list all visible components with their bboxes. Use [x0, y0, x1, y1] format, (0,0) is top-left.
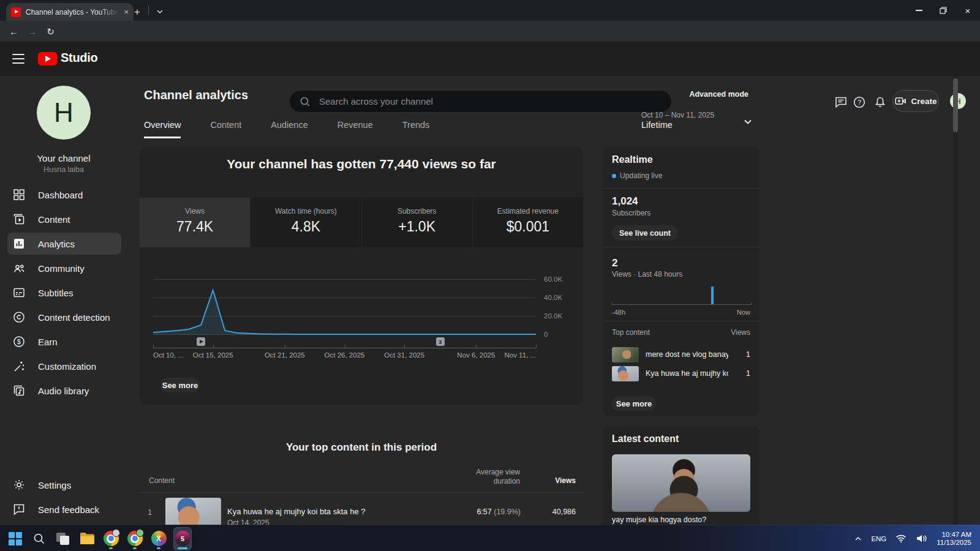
metric-tab-watch-time[interactable]: Watch time (hours) 4.8K — [250, 198, 361, 247]
top-content-heading: Your top content in this period — [140, 441, 583, 454]
table-header-views[interactable]: Views — [521, 476, 576, 485]
sidebar-item-send-feedback[interactable]: Send feedback — [0, 497, 127, 522]
video-publish-marker[interactable] — [197, 337, 205, 346]
language-indicator[interactable]: ENG — [871, 535, 886, 542]
chevron-down-icon[interactable] — [742, 116, 753, 127]
channel-search[interactable] — [289, 90, 672, 113]
overview-see-more-button[interactable]: See more — [160, 378, 200, 392]
video-title[interactable]: mere dost ne vlog banaya aj — [646, 350, 728, 359]
views-value: 40,986 — [521, 508, 576, 516]
sidebar-item-label: Subtitles — [38, 288, 74, 298]
latest-video-caption[interactable]: yay mujse kia hogya dosto? — [612, 515, 706, 524]
x-app-button[interactable]: X — [149, 527, 168, 550]
sidebar-item-label: Content — [38, 214, 70, 225]
sidebar-item-dashboard[interactable]: Dashboard — [0, 182, 127, 207]
scrollbar-thumb[interactable] — [953, 78, 958, 132]
views-line-chart[interactable] — [153, 260, 536, 337]
video-title[interactable]: Kya huwa he aj mujhy koi bta skta he ? — [227, 507, 365, 516]
metric-value: 4.8K — [251, 219, 361, 235]
video-title[interactable]: Kya huwa he aj mujhy koi bta … — [646, 369, 728, 378]
windows-logo-icon — [9, 532, 22, 545]
file-explorer-button[interactable] — [78, 527, 96, 550]
window-close-button[interactable]: × — [956, 0, 980, 21]
advanced-mode-button[interactable]: Advanced mode — [689, 90, 748, 99]
tab-title: Channel analytics - YouTube Stu — [26, 8, 119, 17]
realtime-see-more-button[interactable]: See more — [612, 396, 656, 411]
realtime-axis-labels: -48h Now — [612, 309, 750, 316]
x-tick-label: Oct 15, 2025 — [193, 351, 233, 359]
window-restore-button[interactable] — [931, 0, 956, 21]
channel-avatar[interactable]: H — [37, 86, 91, 140]
tab-trends[interactable]: Trends — [402, 120, 430, 138]
gear-icon — [12, 478, 26, 492]
chrome-button-1[interactable] — [102, 527, 120, 550]
help-icon[interactable]: ? — [853, 96, 866, 109]
back-icon[interactable]: ← — [6, 24, 21, 39]
sidebar-item-customization[interactable]: Customization — [0, 354, 127, 378]
video-thumbnail[interactable] — [612, 347, 639, 362]
taskbar-search-button[interactable] — [30, 527, 48, 550]
latest-content-card: Latest content yay mujse kia hogya dosto… — [603, 426, 760, 525]
profile-badge — [112, 529, 120, 537]
wifi-icon[interactable] — [895, 534, 907, 543]
metric-label: Subscribers — [362, 207, 472, 216]
reload-icon[interactable]: ↻ — [43, 24, 58, 39]
video-thumbnail[interactable] — [612, 366, 639, 381]
search-input[interactable] — [318, 96, 662, 107]
sidebar-item-settings[interactable]: Settings — [0, 473, 127, 497]
metric-tab-subscribers[interactable]: Subscribers +1.0K — [361, 198, 472, 247]
metric-value: $0.001 — [473, 219, 583, 235]
start-button[interactable] — [6, 527, 24, 550]
table-header-content[interactable]: Content — [149, 476, 175, 485]
tab-close-icon[interactable]: × — [124, 7, 129, 17]
sidebar-item-community[interactable]: Community — [0, 256, 127, 280]
account-avatar[interactable]: H — [950, 93, 966, 109]
studio-brand[interactable]: Studio — [61, 51, 97, 65]
sidebar-item-subtitles[interactable]: Subtitles — [0, 280, 127, 305]
tab-overview[interactable]: Overview — [144, 120, 181, 138]
tab-audience[interactable]: Audience — [271, 120, 307, 138]
create-button[interactable]: Create — [892, 90, 939, 112]
see-live-count-button[interactable]: See live count — [612, 225, 678, 241]
y-tick-label: 0 — [544, 331, 575, 338]
date-range-text[interactable]: Oct 10 – Nov 11, 2025 — [641, 111, 714, 119]
metric-tab-estimated-revenue[interactable]: Estimated revenue $0.001 — [472, 198, 583, 247]
divider — [603, 188, 760, 189]
realtime-subscribers-label: Subscribers — [612, 209, 750, 217]
window-minimize-button[interactable] — [907, 0, 931, 21]
period-selector[interactable]: Lifetime — [641, 120, 673, 130]
content-icon — [12, 212, 26, 226]
notifications-bell-icon[interactable] — [873, 96, 887, 109]
feedback-icon[interactable] — [834, 96, 848, 109]
grouped-publish-marker[interactable]: 3 — [436, 337, 445, 346]
tab-content[interactable]: Content — [210, 120, 241, 138]
metric-tab-views[interactable]: Views 77.4K — [140, 198, 250, 247]
latest-video-thumbnail[interactable] — [612, 454, 750, 512]
active-chrome-window-button[interactable]: 5 — [173, 527, 192, 550]
tab-list-chevron-icon[interactable] — [153, 5, 167, 18]
sidebar-item-content[interactable]: Content — [0, 207, 127, 231]
volume-icon[interactable] — [916, 534, 927, 543]
tray-chevron-icon[interactable] — [854, 535, 862, 542]
sidebar-item-content-detection[interactable]: Content detection — [0, 305, 127, 329]
metric-label: Watch time (hours) — [251, 207, 361, 216]
sidebar-item-analytics[interactable]: Analytics — [0, 231, 127, 256]
tab-revenue[interactable]: Revenue — [337, 120, 373, 138]
table-header-avg-view-duration[interactable]: Average view duration — [465, 468, 520, 486]
hamburger-menu-icon[interactable] — [12, 54, 24, 64]
scrollbar-track[interactable] — [953, 76, 958, 525]
metric-label: Estimated revenue — [473, 207, 583, 216]
clock[interactable]: 10:47 AM 11/13/2025 — [937, 531, 971, 547]
search-icon — [33, 533, 45, 545]
youtube-logo[interactable] — [38, 52, 57, 66]
sidebar-item-audio-library[interactable]: Audio library — [0, 378, 127, 403]
new-tab-button[interactable]: + — [130, 5, 145, 20]
chrome-button-2[interactable] — [126, 527, 144, 550]
dashboard-icon — [12, 188, 26, 201]
forward-icon[interactable]: → — [24, 24, 40, 39]
top-content-header: Top content Views — [612, 328, 750, 337]
browser-tab[interactable]: Channel analytics - YouTube Stu × — [6, 3, 134, 21]
sidebar-item-earn[interactable]: $ Earn — [0, 329, 127, 354]
analytics-icon — [12, 237, 26, 250]
task-view-button[interactable] — [54, 527, 72, 550]
